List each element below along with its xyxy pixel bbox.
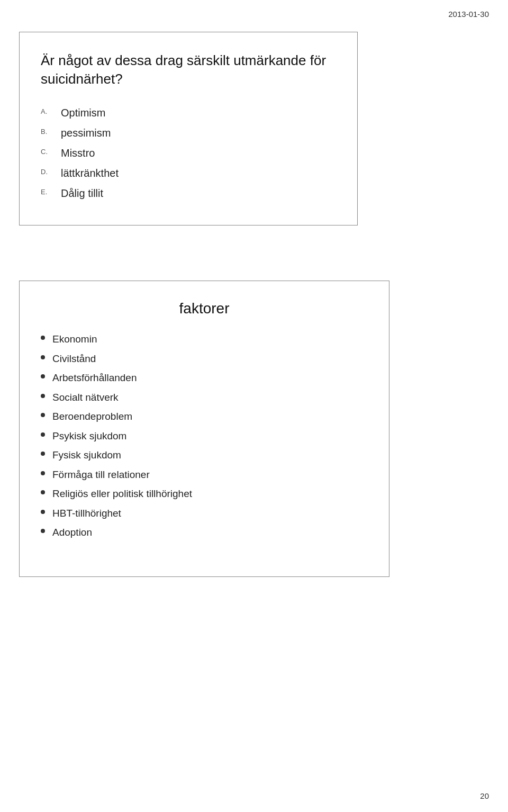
option-item-0: A.Optimism: [41, 105, 336, 120]
bullet-dot-6: [41, 452, 45, 456]
option-item-2: C.Misstro: [41, 146, 336, 160]
bullet-text-10: Adoption: [52, 525, 92, 540]
bottom-card: faktorer EkonominCivilståndArbetsförhåll…: [19, 281, 389, 577]
bullet-dot-8: [41, 490, 45, 494]
option-item-3: D.lättkränkthet: [41, 166, 336, 181]
bullet-item-7: Förmåga till relationer: [41, 467, 368, 482]
option-label-4: E.: [41, 187, 58, 197]
bullet-item-10: Adoption: [41, 525, 368, 540]
option-text-3: lättkränkthet: [61, 166, 119, 181]
bullet-text-6: Fysisk sjukdom: [52, 448, 121, 463]
top-card: Är något av dessa drag särskilt utmärkan…: [19, 32, 358, 225]
bullet-item-2: Arbetsförhållanden: [41, 371, 368, 385]
bullet-item-1: Civilstånd: [41, 351, 368, 366]
bullet-dot-9: [41, 510, 45, 514]
option-item-1: B.pessimism: [41, 125, 336, 140]
option-text-1: pessimism: [61, 125, 111, 140]
option-label-0: A.: [41, 107, 58, 116]
option-label-1: B.: [41, 127, 58, 137]
bullet-text-5: Psykisk sjukdom: [52, 429, 126, 444]
option-item-4: E.Dålig tillit: [41, 186, 336, 201]
bullet-text-2: Arbetsförhållanden: [52, 371, 137, 385]
option-text-2: Misstro: [61, 146, 95, 160]
bullet-dot-2: [41, 374, 45, 378]
option-text-4: Dålig tillit: [61, 186, 103, 201]
bullet-item-9: HBT-tillhörighet: [41, 506, 368, 521]
bullet-text-7: Förmåga till relationer: [52, 467, 150, 482]
option-list: A.OptimismB.pessimismC.MisstroD.lättkrän…: [41, 105, 336, 201]
bullet-text-0: Ekonomin: [52, 332, 97, 347]
card-title: faktorer: [41, 300, 368, 317]
bullet-item-5: Psykisk sjukdom: [41, 429, 368, 444]
bullet-dot-4: [41, 413, 45, 417]
bullet-dot-10: [41, 529, 45, 533]
bullet-dot-5: [41, 432, 45, 437]
bullet-dot-0: [41, 336, 45, 340]
bullet-dot-7: [41, 471, 45, 475]
bullet-item-4: Beroendeproblem: [41, 409, 368, 424]
page-date: 2013-01-30: [448, 10, 489, 19]
bullet-item-8: Religiös eller politisk tillhörighet: [41, 486, 368, 501]
bullet-dot-1: [41, 355, 45, 359]
bullet-item-0: Ekonomin: [41, 332, 368, 347]
page-number: 20: [480, 791, 489, 800]
bullet-text-1: Civilstånd: [52, 351, 96, 366]
question-text: Är något av dessa drag särskilt utmärkan…: [41, 51, 336, 88]
bullet-dot-3: [41, 394, 45, 398]
bullet-item-3: Socialt nätverk: [41, 390, 368, 405]
bullet-text-4: Beroendeproblem: [52, 409, 132, 424]
option-label-2: C.: [41, 147, 58, 157]
bullet-text-9: HBT-tillhörighet: [52, 506, 121, 521]
bullet-text-3: Socialt nätverk: [52, 390, 119, 405]
bullet-text-8: Religiös eller politisk tillhörighet: [52, 486, 192, 501]
option-label-3: D.: [41, 167, 58, 177]
bullet-item-6: Fysisk sjukdom: [41, 448, 368, 463]
option-text-0: Optimism: [61, 105, 105, 120]
bullet-list: EkonominCivilståndArbetsförhållandenSoci…: [41, 332, 368, 540]
